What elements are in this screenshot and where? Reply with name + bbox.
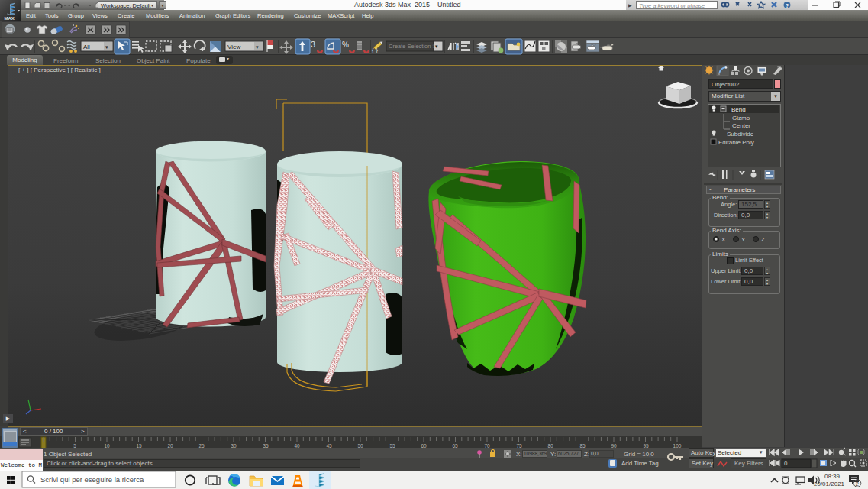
svg-text:%: %: [342, 40, 349, 49]
svg-text:Z: Z: [761, 236, 765, 243]
svg-text:Gizmo: Gizmo: [732, 115, 750, 121]
svg-text:20/01/2021: 20/01/2021: [814, 481, 845, 487]
svg-text:?: ?: [786, 3, 789, 8]
svg-text:3: 3: [311, 40, 315, 49]
svg-text:Bend: Bend: [731, 106, 746, 113]
svg-text:▾: ▾: [256, 44, 259, 50]
svg-text:▾: ▾: [105, 44, 108, 50]
svg-text:Create Selection Se: Create Selection Se: [389, 43, 440, 50]
svg-text:0: 0: [784, 460, 788, 467]
svg-text:MAX: MAX: [5, 16, 15, 21]
svg-text:Scrivi qui per eseguire la ric: Scrivi qui per eseguire la ricerca: [40, 475, 144, 484]
svg-text:Editable Poly: Editable Poly: [718, 139, 754, 146]
svg-text:2: 2: [856, 481, 860, 487]
svg-text:X: X: [721, 236, 726, 243]
svg-text:▾: ▾: [435, 44, 438, 49]
svg-text:Y: Y: [741, 236, 746, 243]
svg-text:View: View: [227, 44, 240, 50]
svg-text:08:39: 08:39: [824, 473, 841, 480]
svg-text:Center: Center: [732, 122, 750, 129]
svg-text:All: All: [83, 44, 90, 50]
svg-text:{·}: {·}: [372, 47, 378, 53]
svg-text:Subdivide: Subdivide: [727, 131, 754, 138]
